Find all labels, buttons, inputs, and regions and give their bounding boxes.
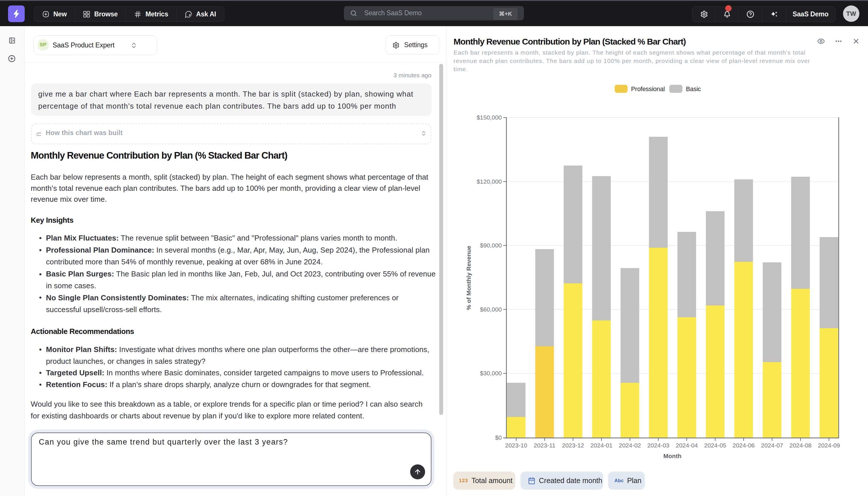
svg-text:2024-09: 2024-09 xyxy=(818,442,840,449)
svg-text:$60,000: $60,000 xyxy=(480,306,502,313)
svg-text:2024-02: 2024-02 xyxy=(619,442,641,449)
svg-text:$30,000: $30,000 xyxy=(480,370,502,376)
svg-text:2023-12: 2023-12 xyxy=(562,442,584,449)
svg-text:$90,000: $90,000 xyxy=(480,242,502,249)
svg-text:2024-05: 2024-05 xyxy=(704,442,726,449)
svg-text:2024-08: 2024-08 xyxy=(789,442,811,449)
svg-text:2023-10: 2023-10 xyxy=(505,442,527,449)
svg-text:2024-04: 2024-04 xyxy=(676,442,698,449)
svg-text:$0: $0 xyxy=(495,434,502,441)
svg-text:2023-11: 2023-11 xyxy=(534,442,556,449)
svg-text:% of Monthly Revenue: % of Monthly Revenue xyxy=(465,246,472,310)
svg-text:$120,000: $120,000 xyxy=(477,178,502,185)
svg-text:$150,000: $150,000 xyxy=(477,114,502,121)
svg-text:Month: Month xyxy=(663,453,681,459)
svg-text:2024-06: 2024-06 xyxy=(733,442,755,449)
svg-text:2024-03: 2024-03 xyxy=(647,442,669,449)
svg-text:2024-07: 2024-07 xyxy=(761,442,783,449)
svg-text:2024-01: 2024-01 xyxy=(590,442,612,449)
